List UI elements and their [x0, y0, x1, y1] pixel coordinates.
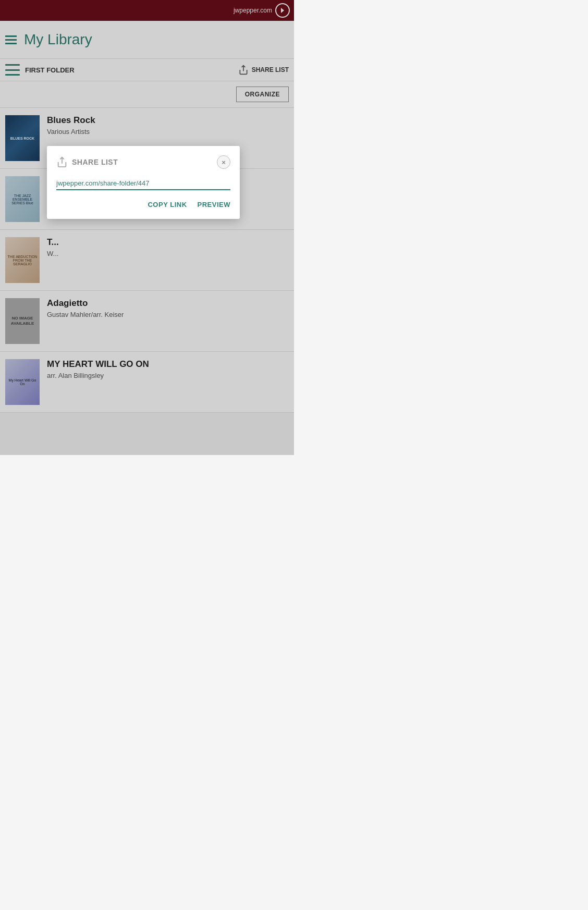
modal-header: SHARE LIST ×: [56, 155, 230, 169]
modal-actions: COPY LINK PREVIEW: [56, 201, 230, 208]
share-list-modal: SHARE LIST × COPY LINK PREVIEW: [47, 146, 240, 219]
modal-overlay[interactable]: [0, 0, 294, 455]
share-link-input[interactable]: [56, 177, 230, 190]
modal-share-icon: [56, 156, 68, 168]
modal-close-button[interactable]: ×: [217, 155, 230, 169]
modal-title-row: SHARE LIST: [56, 156, 118, 168]
preview-button[interactable]: PREVIEW: [198, 201, 230, 208]
copy-link-button[interactable]: COPY LINK: [148, 201, 187, 208]
modal-title: SHARE LIST: [72, 158, 118, 166]
